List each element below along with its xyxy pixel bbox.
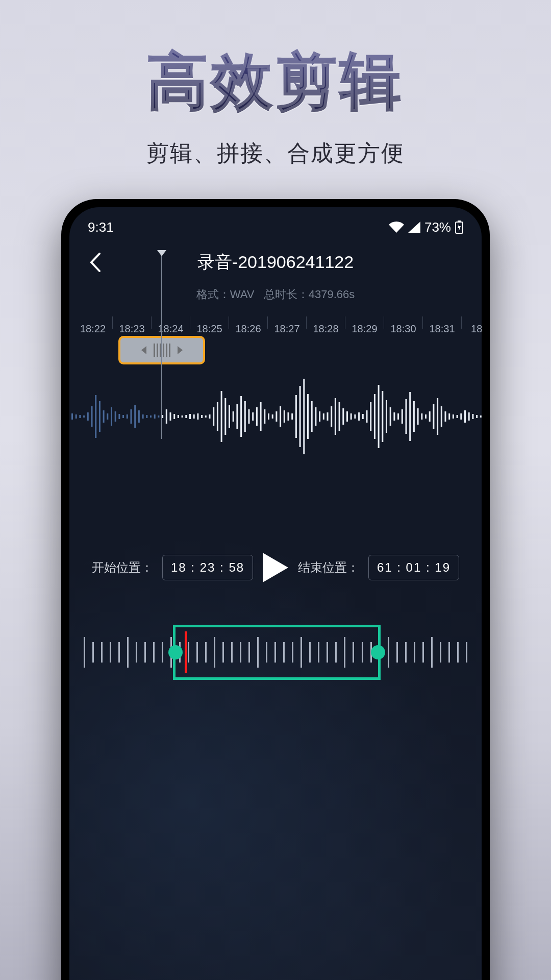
svg-rect-14 xyxy=(118,414,120,419)
svg-rect-3 xyxy=(76,414,77,419)
timeline-tick: 18:25 xyxy=(190,316,229,329)
waveform-display[interactable] xyxy=(69,365,482,468)
svg-rect-47 xyxy=(248,409,250,424)
selection-start-handle[interactable] xyxy=(168,645,183,659)
end-time-group: 结束位置： 61 : 01 : 19 xyxy=(298,555,459,580)
svg-rect-86 xyxy=(402,409,403,424)
duration-label: 总时长： xyxy=(264,288,309,301)
svg-rect-27 xyxy=(170,412,171,421)
svg-rect-93 xyxy=(429,411,431,422)
svg-rect-55 xyxy=(280,406,281,427)
battery-percent: 73% xyxy=(424,219,451,235)
svg-rect-73 xyxy=(350,413,352,420)
duration-value: 4379.66s xyxy=(309,288,355,301)
svg-rect-17 xyxy=(131,409,132,424)
arrow-right-icon xyxy=(178,346,183,354)
end-time-label: 结束位置： xyxy=(298,559,359,576)
range-selector[interactable] xyxy=(84,622,467,683)
svg-rect-51 xyxy=(264,409,265,424)
svg-rect-61 xyxy=(303,379,305,454)
svg-rect-78 xyxy=(370,402,371,431)
svg-rect-77 xyxy=(366,410,368,423)
svg-rect-67 xyxy=(327,412,329,421)
end-time-input[interactable]: 61 : 01 : 19 xyxy=(368,555,459,580)
svg-rect-72 xyxy=(346,411,348,422)
timeline-tick: 18:24 xyxy=(151,316,190,329)
svg-rect-81 xyxy=(382,391,383,442)
timeline-tick: 18:30 xyxy=(384,316,422,329)
svg-rect-84 xyxy=(393,412,395,421)
svg-rect-44 xyxy=(236,404,238,429)
svg-rect-65 xyxy=(319,411,320,422)
svg-rect-26 xyxy=(166,409,167,424)
timeline-ruler[interactable]: 18:2218:2318:2418:2518:2618:2718:2818:29… xyxy=(69,316,482,335)
svg-rect-53 xyxy=(272,414,273,419)
svg-rect-89 xyxy=(413,401,415,432)
svg-rect-7 xyxy=(91,406,93,427)
svg-rect-98 xyxy=(448,413,450,420)
svg-rect-36 xyxy=(205,415,207,418)
svg-rect-41 xyxy=(224,398,226,435)
svg-rect-38 xyxy=(213,407,214,426)
phone-frame: 9:31 73% 录音-201906241122 格式：WAV 总时长：4379… xyxy=(61,199,490,980)
svg-rect-63 xyxy=(311,401,313,432)
selection-end-handle[interactable] xyxy=(371,645,385,659)
timeline-tick: 18:3 xyxy=(461,316,482,329)
wifi-icon xyxy=(389,222,404,233)
svg-rect-71 xyxy=(342,408,344,425)
play-button[interactable] xyxy=(257,549,294,586)
svg-rect-2 xyxy=(71,413,73,420)
svg-rect-18 xyxy=(134,405,136,428)
svg-rect-40 xyxy=(221,391,222,442)
svg-rect-85 xyxy=(397,413,399,420)
app-screen: 9:31 73% 录音-201906241122 格式：WAV 总时长：4379… xyxy=(69,207,482,980)
svg-rect-45 xyxy=(240,396,242,437)
svg-rect-9 xyxy=(99,401,101,432)
svg-rect-20 xyxy=(142,414,144,419)
svg-rect-1 xyxy=(458,220,461,222)
svg-rect-13 xyxy=(115,411,116,422)
svg-rect-104 xyxy=(472,414,473,419)
svg-rect-100 xyxy=(457,415,458,418)
svg-rect-54 xyxy=(276,411,277,422)
format-value: WAV xyxy=(230,288,255,301)
svg-rect-34 xyxy=(197,413,198,420)
signal-icon xyxy=(408,222,420,233)
svg-rect-59 xyxy=(295,395,297,438)
svg-rect-50 xyxy=(260,402,262,431)
svg-rect-22 xyxy=(150,415,152,418)
start-time-input[interactable]: 18 : 23 : 58 xyxy=(162,555,253,580)
svg-rect-95 xyxy=(437,398,438,435)
svg-rect-21 xyxy=(146,415,147,418)
svg-rect-11 xyxy=(107,413,108,420)
svg-rect-105 xyxy=(476,415,478,418)
svg-rect-4 xyxy=(79,415,81,418)
svg-rect-66 xyxy=(323,413,324,420)
svg-rect-58 xyxy=(291,413,293,420)
svg-rect-43 xyxy=(233,411,234,422)
svg-rect-68 xyxy=(331,406,332,427)
svg-rect-35 xyxy=(201,415,203,418)
svg-rect-94 xyxy=(433,404,434,429)
svg-rect-80 xyxy=(378,385,380,448)
svg-rect-30 xyxy=(182,415,183,418)
svg-rect-23 xyxy=(154,414,156,419)
nav-bar: 录音-201906241122 xyxy=(69,240,482,285)
timeline-tick: 18:26 xyxy=(229,316,267,329)
svg-rect-57 xyxy=(288,412,289,421)
svg-rect-25 xyxy=(162,415,163,418)
svg-rect-83 xyxy=(390,407,391,426)
timeline-tick: 18:29 xyxy=(345,316,384,329)
selection-playhead[interactable] xyxy=(185,631,187,673)
play-icon xyxy=(263,553,288,582)
timeline-tick: 18:22 xyxy=(73,316,112,329)
svg-rect-6 xyxy=(87,412,89,421)
svg-rect-79 xyxy=(374,394,375,439)
svg-rect-24 xyxy=(158,415,159,418)
svg-rect-87 xyxy=(406,399,407,434)
selection-box[interactable] xyxy=(173,625,381,680)
svg-rect-32 xyxy=(189,414,191,419)
time-controls: 开始位置： 18 : 23 : 58 结束位置： 61 : 01 : 19 xyxy=(69,549,482,586)
svg-rect-103 xyxy=(468,412,470,421)
hero-title: 高效剪辑 xyxy=(0,41,551,124)
